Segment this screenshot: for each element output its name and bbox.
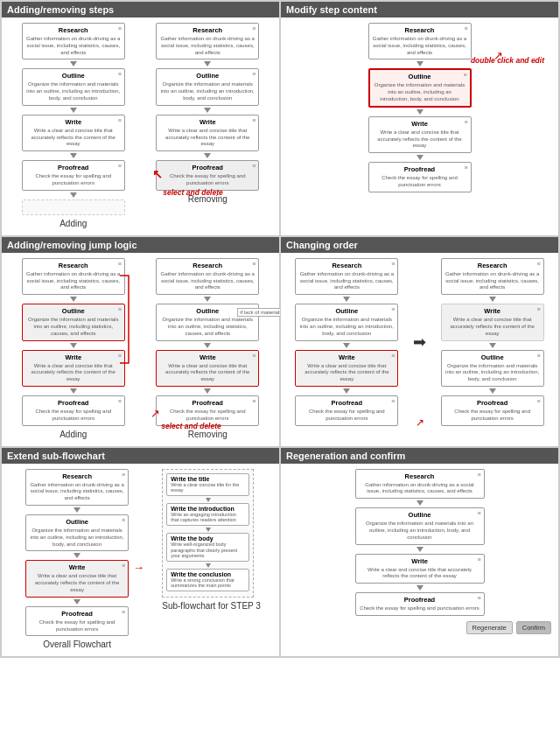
node-proofread-ja: ≡ Proofread Check the essay for spelling… xyxy=(22,395,125,426)
node-title-outline-ob: Outline xyxy=(299,307,394,315)
regenerate-button[interactable]: Regenerate xyxy=(466,621,513,634)
node-title-research-jr: Research xyxy=(160,262,255,269)
arrow-2-mod xyxy=(416,109,424,115)
node-title-outline-ov: Outline xyxy=(30,518,124,526)
node-research-mod: ≡ Research Gather information on drunk-d… xyxy=(368,23,472,59)
node-proofread-rg: ≡ Proofread Check the essay for spelling… xyxy=(355,592,485,616)
menu-icon-proofread-rg: ≡ xyxy=(477,595,480,601)
order-transition-arrow: ➡ xyxy=(413,332,426,352)
label-overall: Overall Flowchart xyxy=(20,640,134,649)
node-title-write-oa: Write xyxy=(445,307,540,315)
node-desc-proofread-ob: Check the essay for spelling and punctua… xyxy=(299,409,394,423)
node-title-research-oa: Research xyxy=(445,262,540,269)
node-desc-proofread-ov: Check the essay for spelling and punctua… xyxy=(30,619,124,633)
node-title-write-ov: Write xyxy=(30,563,124,571)
menu-icon-research-ov: ≡ xyxy=(122,472,125,478)
node-research-ov: ≡ Research Gather information on drunk-d… xyxy=(25,469,129,506)
node-title-outline-oa: Outline xyxy=(445,353,540,361)
node-desc-research-mod: Gather information on drunk-driving as a… xyxy=(373,36,467,56)
label-jump-removing: Removing xyxy=(150,430,264,439)
diagram-sub-extend: Write the title Write a clear concise ti… xyxy=(162,469,261,611)
cell-header-extend: Extend sub-flowchart xyxy=(2,448,279,464)
sub-arrow-2 xyxy=(206,528,211,532)
node-research-rem: ≡ Research Gather information on drunk-d… xyxy=(156,23,259,59)
node-desc-proofread-rem: Check the essay for spelling and punctua… xyxy=(160,173,255,187)
node-proofread-add: ≡ Proofread Check the essay for spelling… xyxy=(22,160,125,191)
arrow-3-ja xyxy=(70,388,77,394)
arrow-3-add xyxy=(70,153,77,158)
node-desc-outline-ja: Organize the information and materials i… xyxy=(26,317,121,337)
node-proofread-rem: ≡ Proofread Check the essay for spelling… xyxy=(156,160,259,191)
node-desc-research-ob: Gather information on drunk-driving as a… xyxy=(299,271,394,291)
node-write-add: ≡ Write Write a clear and concise title … xyxy=(22,115,125,151)
diagram-jump-removing: ≡ Research Gather information on drunk-d… xyxy=(150,258,264,439)
menu-icon-outline-ja: ≡ xyxy=(118,306,122,312)
node-desc-proofread-jr: Check the essay for spelling and punctua… xyxy=(160,409,255,423)
menu-icon-outline-oa: ≡ xyxy=(537,353,541,359)
node-research-jr: ≡ Research Gather information on drunk-d… xyxy=(156,258,259,295)
menu-icon-write-oa: ≡ xyxy=(537,306,541,312)
menu-icon-proofread-rem: ≡ xyxy=(252,163,256,169)
arrow-1-rg xyxy=(416,500,424,506)
red-cursor-extend: → xyxy=(133,561,144,574)
menu-icon-research-ob: ≡ xyxy=(391,261,395,267)
menu-icon-outline-rem: ≡ xyxy=(252,71,256,77)
node-desc-research-add: Gather information on drunk-driving as a… xyxy=(26,36,121,56)
arrow-3-ov xyxy=(74,599,80,605)
flow-jump-rem: ≡ Research Gather information on drunk-d… xyxy=(150,258,264,426)
node-title-proofread-add: Proofread xyxy=(26,164,121,171)
cell-header-adding-removing: Adding/removing steps xyxy=(2,2,279,17)
node-desc-proofread-rg: Check the essay for spelling and punctua… xyxy=(360,605,480,612)
node-desc-write-add: Write a clear and concise title that acc… xyxy=(26,128,121,148)
node-title-outline-mod: Outline xyxy=(374,73,466,80)
arrow-2-oa xyxy=(489,343,496,348)
node-desc-proofread-ja: Check the essay for spelling and punctua… xyxy=(26,409,121,423)
arrow-3-rg xyxy=(416,585,424,591)
flow-order-after: ≡ Research Gather information on drunk-d… xyxy=(436,258,550,426)
node-title-research-ov: Research xyxy=(30,472,124,480)
sub-arrow-1 xyxy=(206,498,211,502)
node-proofread-ob: ≡ Proofread Check the essay for spelling… xyxy=(295,395,398,426)
menu-icon-proofread-ov: ≡ xyxy=(122,609,125,615)
arrow-3-jr xyxy=(204,388,211,394)
node-outline-add: ≡ Outline Organize the information and m… xyxy=(22,68,125,105)
node-desc-write-ov: Write a clear and concise title that acc… xyxy=(30,573,124,593)
node-title-proofread-rem: Proofread xyxy=(160,164,255,171)
menu-icon-write: ≡ xyxy=(118,117,122,123)
arrow-1-mod xyxy=(416,61,424,66)
node-desc-write-jr: Write a clear and concise title that acc… xyxy=(160,363,255,383)
node-title-outline-rg: Outline xyxy=(360,511,480,519)
node-research-ja: ≡ Research Gather information on drunk-d… xyxy=(22,258,125,295)
node-title-proofread-ov: Proofread xyxy=(30,610,124,618)
node-title-proofread-mod: Proofread xyxy=(373,165,467,173)
node-desc-proofread-oa: Check the essay for spelling and punctua… xyxy=(445,409,540,423)
red-label-rem: select and delete xyxy=(163,188,223,197)
node-write-ob: ≡ Write Write a clear and concise title … xyxy=(295,350,398,387)
node-research-rg: ≡ Research Gather information on drunk-d… xyxy=(355,469,485,500)
node-desc-research-jr: Gather information on drunk-driving as a… xyxy=(160,271,255,291)
cell-content-order: ≡ Research Gather information on drunk-d… xyxy=(288,258,551,426)
sub-node-desc-2: Write an engaging introduction that capt… xyxy=(171,512,245,523)
sub-arrow-3 xyxy=(206,563,211,568)
node-desc-write-mod: Write a clear and concise title that acc… xyxy=(373,129,467,150)
menu-icon-write-jr: ≡ xyxy=(252,353,256,359)
arrow-1-ob xyxy=(343,297,350,302)
cell-adding-removing-steps: Adding/removing steps ≡ Research Gather … xyxy=(1,1,280,236)
confirm-button[interactable]: Confirm xyxy=(516,621,551,634)
menu-icon-proofread-ja: ≡ xyxy=(118,398,122,404)
sub-node-title-1: Write the title xyxy=(171,476,245,482)
cell-extend-sub: Extend sub-flowchart ≡ Research Gather i… xyxy=(1,447,280,658)
red-label-modify: double click and edit xyxy=(471,56,544,65)
node-desc-outline-add: Organize the information and materials i… xyxy=(26,81,121,101)
order-cursor-group: ↗ xyxy=(416,416,424,429)
regen-content: ≡ Research Gather information on drunk-d… xyxy=(288,469,551,634)
node-desc-write-ja: Write a clear and concise title that acc… xyxy=(26,363,121,383)
node-outline-ja: ≡ Outline Organize the information and m… xyxy=(22,304,125,340)
sub-node-1: Write the title Write a clear concise ti… xyxy=(166,473,249,496)
node-desc-research-rg: Gather information on drunk-driving as a… xyxy=(360,482,480,496)
red-cursor-jr: ↗ xyxy=(150,407,160,420)
node-title-write-ob: Write xyxy=(299,353,394,361)
arrow-3-mod xyxy=(416,155,424,160)
node-write-ja: ≡ Write Write a clear and concise title … xyxy=(22,350,125,387)
sub-node-4: Write the conclusion Write a strong conc… xyxy=(166,569,249,591)
